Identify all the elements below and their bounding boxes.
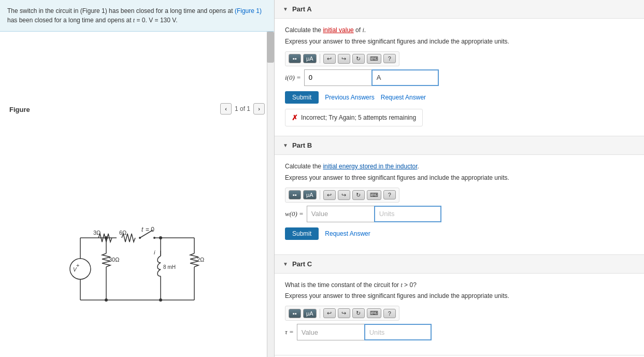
svg-text:+: + [76, 262, 79, 268]
part-a-toolbar-btn1[interactable]: ▪▪ [289, 54, 301, 63]
svg-point-29 [159, 298, 162, 302]
problem-text-middle: has been closed for a long time and open… [7, 17, 177, 24]
part-c-value-input[interactable] [297, 324, 364, 340]
part-a-answer-row: i(0) = [285, 69, 634, 86]
part-c-header[interactable]: ▼ Part C [275, 255, 644, 274]
part-b-request-answer-link[interactable]: Request Answer [325, 230, 370, 237]
part-b-toolbar: ▪▪ μA ↩ ↪ ↻ ⌨ ? [285, 188, 399, 203]
circuit-diagram: t = 0 + V 3Ω [34, 186, 241, 352]
part-a-refresh-button[interactable]: ↻ [352, 54, 365, 64]
part-b-body: Calculate the initial energy stored in t… [275, 155, 644, 254]
problem-statement: The switch in the circuit in (Figure 1) … [0, 0, 274, 32]
part-c-subtext: Express your answer to three significant… [285, 292, 634, 299]
part-a-answer-label: i(0) = [285, 74, 301, 82]
part-a-submit-button[interactable]: Submit [285, 91, 319, 104]
part-b-section: ▼ Part B Calculate the initial energy st… [275, 136, 644, 255]
part-b-units-input[interactable] [374, 206, 441, 222]
pagination-text: 1 of 1 [235, 105, 250, 112]
feedback-text: Incorrect; Try Again; 5 attempts remaini… [301, 114, 416, 121]
part-c-toolbar: ▪▪ μA ↩ ↪ ↻ ⌨ ? [285, 306, 399, 321]
scroll-thumb[interactable] [267, 32, 274, 63]
svg-point-27 [159, 236, 162, 239]
part-c-keyboard-button[interactable]: ⌨ [367, 308, 381, 318]
part-b-highlight: initial energy stored in the inductor [323, 163, 417, 170]
part-b-label: Part B [292, 141, 312, 149]
figure-link[interactable]: (Figure 1) [235, 7, 262, 15]
part-a-request-answer-link[interactable]: Request Answer [381, 94, 426, 101]
right-panel: ▼ Part A Calculate the initial value of … [275, 0, 644, 357]
part-c-body: What is the time constant of the circuit… [275, 274, 644, 355]
part-c-section: ▼ Part C What is the time constant of th… [275, 255, 644, 356]
figure-prev-button[interactable]: ‹ [220, 103, 232, 115]
part-c-undo-button[interactable]: ↩ [323, 308, 336, 318]
part-c-help-button[interactable]: ? [383, 309, 396, 318]
svg-text:i: i [154, 249, 155, 255]
svg-point-26 [105, 236, 108, 239]
part-c-question: What is the time constant of the circuit… [285, 281, 634, 290]
feedback-x-icon: ✗ [292, 113, 298, 122]
part-a-help-button[interactable]: ? [383, 54, 396, 63]
svg-text:30Ω: 30Ω [109, 256, 119, 263]
svg-text:t: t [141, 226, 144, 233]
part-c-units-input[interactable] [364, 324, 432, 340]
figure-area: Figure ‹ 1 of 1 › t = 0 [0, 32, 274, 357]
part-c-answer-label: τ = [285, 328, 294, 336]
part-b-refresh-button[interactable]: ↻ [352, 190, 365, 200]
circuit-svg: t = 0 + V 3Ω [65, 222, 210, 316]
svg-point-3 [139, 237, 141, 239]
part-c-label: Part C [292, 260, 312, 268]
svg-text:8 mH: 8 mH [163, 264, 176, 270]
part-c-redo-button[interactable]: ↪ [338, 308, 350, 318]
part-a-subtext: Express your answer to three significant… [285, 38, 634, 45]
part-a-label: Part A [292, 5, 312, 13]
part-b-question: Calculate the initial energy stored in t… [285, 162, 634, 171]
part-b-arrow: ▼ [283, 142, 288, 148]
part-a-body: Calculate the initial value of i. Expres… [275, 19, 644, 136]
part-a-toolbar: ▪▪ μA ↩ ↪ ↻ ⌨ ? [285, 51, 399, 66]
part-b-value-input[interactable] [307, 206, 374, 222]
part-b-submit-row: Submit Request Answer [285, 227, 634, 240]
part-a-question: Calculate the initial value of i. [285, 26, 634, 35]
part-a-feedback: ✗ Incorrect; Try Again; 5 attempts remai… [285, 109, 423, 126]
part-b-redo-button[interactable]: ↪ [338, 190, 350, 200]
part-a-units-input[interactable] [371, 69, 439, 86]
part-b-submit-button[interactable]: Submit [285, 227, 319, 240]
toolbar-sep-2 [320, 190, 320, 199]
part-b-toolbar-btn1[interactable]: ▪▪ [289, 190, 301, 199]
toolbar-sep-1 [320, 54, 320, 63]
part-b-answer-row: w(0) = [285, 206, 634, 222]
part-b-undo-button[interactable]: ↩ [323, 190, 336, 200]
part-a-header[interactable]: ▼ Part A [275, 0, 644, 19]
toolbar-sep-3 [320, 309, 320, 318]
part-c-arrow: ▼ [283, 261, 288, 267]
figure-label: Figure [9, 106, 30, 113]
svg-text:2Ω: 2Ω [197, 256, 204, 263]
part-b-help-button[interactable]: ? [383, 190, 396, 199]
part-b-header[interactable]: ▼ Part B [275, 136, 644, 155]
part-a-highlight: initial value [323, 26, 353, 34]
part-b-subtext: Express your answer to three significant… [285, 174, 634, 181]
part-a-redo-button[interactable]: ↪ [338, 54, 350, 64]
part-c-toolbar-btn2[interactable]: μA [303, 309, 317, 318]
part-c-toolbar-btn1[interactable]: ▪▪ [289, 309, 301, 318]
scrollbar[interactable] [267, 32, 274, 357]
part-b-answer-label: w(0) = [285, 210, 304, 218]
part-a-keyboard-button[interactable]: ⌨ [367, 54, 381, 64]
problem-text-before: The switch in the circuit in (Figure 1) … [7, 7, 235, 15]
part-b-toolbar-btn2[interactable]: μA [303, 190, 317, 199]
part-b-keyboard-button[interactable]: ⌨ [367, 190, 381, 200]
figure-pagination: ‹ 1 of 1 › [220, 103, 265, 115]
left-panel: The switch in the circuit in (Figure 1) … [0, 0, 275, 357]
part-a-section: ▼ Part A Calculate the initial value of … [275, 0, 644, 136]
part-a-submit-row: Submit Previous Answers Request Answer [285, 91, 634, 104]
figure-next-button[interactable]: › [253, 103, 265, 115]
part-a-undo-button[interactable]: ↩ [323, 54, 336, 64]
part-c-answer-row: τ = [285, 324, 634, 340]
part-a-arrow: ▼ [283, 6, 288, 12]
part-c-refresh-button[interactable]: ↻ [352, 308, 365, 318]
part-a-value-input[interactable] [304, 69, 371, 86]
svg-point-28 [105, 298, 108, 302]
part-a-previous-answers-link[interactable]: Previous Answers [325, 94, 374, 101]
part-a-toolbar-btn2[interactable]: μA [303, 54, 317, 63]
